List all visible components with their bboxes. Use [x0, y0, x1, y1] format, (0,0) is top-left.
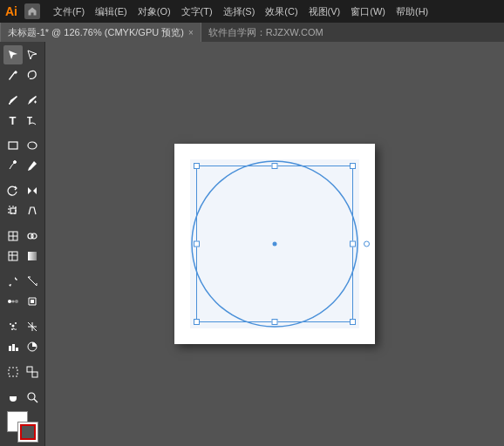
menu-item-h[interactable]: 帮助(H) [392, 3, 432, 20]
menu-item-t[interactable]: 文字(T) [177, 3, 217, 20]
top-bar: Ai 文件(F)编辑(E)对象(O)文字(T)选择(S)效果(C)视图(V)窗口… [0, 0, 504, 23]
menu-item-e[interactable]: 编辑(E) [91, 3, 132, 20]
paintbrush-tool[interactable] [3, 156, 23, 175]
live-paint-tool[interactable] [23, 292, 42, 311]
svg-point-24 [11, 328, 13, 330]
direct-selection-tool[interactable] [23, 45, 42, 64]
tab-bar: 未标题-1* @ 126.76% (CMYK/GPU 预览) × 软件自学网：R… [0, 23, 504, 42]
tab-close-button[interactable]: × [188, 28, 194, 37]
svg-point-19 [8, 300, 11, 303]
rotate-tool[interactable] [3, 181, 23, 200]
free-distort-tool[interactable] [3, 226, 23, 246]
artboard[interactable] [174, 144, 375, 344]
svg-point-0 [9, 103, 10, 105]
menu-item-s[interactable]: 选择(S) [219, 3, 260, 20]
tool-row-16 [0, 388, 44, 407]
reflect-tool[interactable] [23, 181, 42, 200]
tab-active-label: 未标题-1* @ 126.76% (CMYK/GPU 预览) [8, 26, 184, 39]
tool-row-6 [0, 156, 44, 175]
svg-rect-33 [27, 367, 32, 372]
svg-rect-29 [12, 344, 15, 351]
tool-row-15 [0, 362, 44, 382]
tool-row-13 [0, 317, 44, 336]
tool-row-12 [0, 292, 44, 311]
svg-rect-5 [10, 208, 16, 213]
svg-point-20 [15, 300, 18, 303]
shear-tool[interactable] [23, 201, 42, 220]
svg-point-22 [11, 325, 14, 328]
pen-add-tool[interactable] [23, 91, 42, 110]
svg-point-35 [28, 393, 35, 400]
menu-item-c[interactable]: 效果(C) [261, 3, 302, 20]
scale-tool[interactable] [3, 201, 23, 220]
slice-tool[interactable] [23, 317, 42, 336]
tab-inactive[interactable]: 软件自学网：RJZXW.COM [201, 23, 330, 42]
svg-rect-2 [9, 142, 17, 149]
menu-item-f[interactable]: 文件(F) [49, 3, 89, 20]
menu-item-w[interactable]: 窗口(W) [346, 3, 390, 20]
tool-row-14 [0, 337, 44, 356]
shape-builder-tool[interactable] [23, 226, 42, 246]
selection-tool[interactable] [3, 45, 23, 64]
svg-rect-32 [9, 368, 17, 376]
blend-tool[interactable] [3, 292, 23, 311]
magic-wand-tool[interactable] [3, 65, 23, 84]
svg-point-4 [13, 161, 16, 164]
stroke-box-inner [20, 424, 36, 440]
svg-rect-28 [9, 346, 11, 351]
svg-rect-12 [9, 252, 17, 260]
svg-line-16 [28, 277, 37, 286]
svg-point-39 [192, 161, 358, 327]
ai-logo: Ai [5, 4, 17, 18]
tool-row-5 [0, 136, 44, 155]
tool-row-2 [0, 65, 44, 84]
rect-tool[interactable] [3, 136, 23, 155]
tool-row-7 [0, 181, 44, 200]
color-boxes [7, 411, 38, 443]
handle-radius[interactable] [364, 241, 370, 247]
canvas-area[interactable] [45, 42, 504, 446]
tool-row-9 [0, 226, 44, 246]
svg-point-23 [15, 322, 17, 324]
tool-row-4: T T [0, 111, 44, 130]
column-graph-tool[interactable] [3, 337, 23, 356]
menu-item-o[interactable]: 对象(O) [133, 3, 175, 20]
left-toolbar: T T [0, 42, 45, 446]
svg-rect-34 [32, 372, 37, 377]
eyedropper-tool[interactable] [3, 272, 23, 291]
symbol-sprayer-tool[interactable] [3, 317, 23, 336]
gradient-tool[interactable] [23, 247, 42, 266]
home-icon[interactable] [24, 3, 40, 19]
color-area [0, 408, 45, 446]
menu-bar: 文件(F)编辑(E)对象(O)文字(T)选择(S)效果(C)视图(V)窗口(W)… [49, 3, 432, 20]
print-tiling-tool[interactable] [23, 362, 42, 382]
type-path-tool[interactable]: T [23, 111, 42, 130]
svg-point-11 [31, 233, 37, 239]
stroke-box[interactable] [17, 422, 38, 443]
tool-row-8 [0, 201, 44, 220]
svg-rect-30 [16, 348, 18, 351]
svg-rect-15 [28, 252, 37, 260]
mesh-tool[interactable] [3, 247, 23, 266]
zoom-tool[interactable] [23, 388, 42, 407]
svg-line-36 [34, 399, 37, 402]
pen-tool[interactable] [3, 91, 23, 110]
type-tool[interactable]: T [3, 111, 23, 130]
ellipse-tool[interactable] [23, 136, 42, 155]
artboard-tool[interactable] [3, 362, 23, 382]
tool-row-3 [0, 91, 44, 110]
svg-point-21 [10, 323, 11, 325]
lasso-tool[interactable] [23, 65, 42, 84]
tool-row-11 [0, 272, 44, 291]
menu-item-v[interactable]: 视图(V) [304, 3, 345, 20]
main-area: T T [0, 42, 504, 446]
pie-graph-tool[interactable] [23, 337, 42, 356]
svg-point-3 [28, 142, 37, 149]
measure-tool[interactable] [23, 272, 42, 291]
tool-row-1 [0, 45, 44, 64]
tab-active[interactable]: 未标题-1* @ 126.76% (CMYK/GPU 预览) × [0, 23, 201, 42]
tool-row-10 [0, 247, 44, 266]
circle-shape[interactable] [190, 159, 359, 328]
pencil-tool[interactable] [23, 156, 42, 175]
hand-tool[interactable] [3, 388, 23, 407]
